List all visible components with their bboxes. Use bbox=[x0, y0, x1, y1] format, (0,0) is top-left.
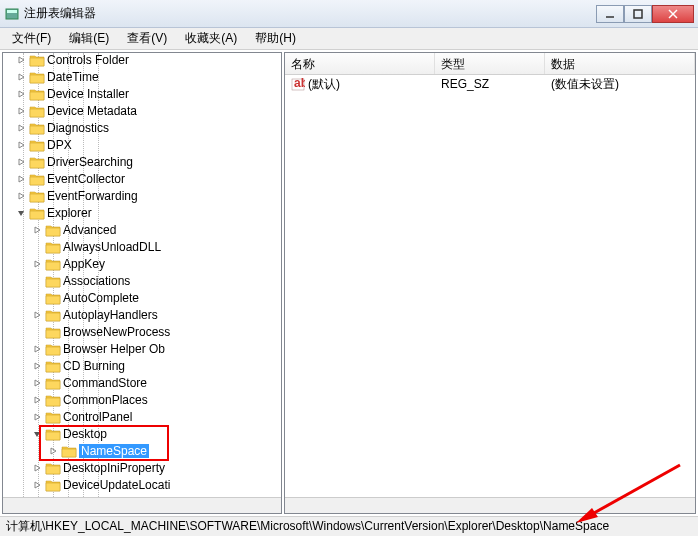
tree-item[interactable]: CommandStore bbox=[2, 374, 282, 391]
tree-item[interactable]: AutoComplete bbox=[2, 289, 282, 306]
tree-item[interactable]: NameSpace bbox=[2, 442, 282, 459]
tree-item[interactable]: DriverSearching bbox=[2, 153, 282, 170]
tree-item[interactable]: BrowseNewProcess bbox=[2, 323, 282, 340]
expand-icon[interactable] bbox=[31, 360, 43, 372]
tree-item-label: AutoplayHandlers bbox=[63, 308, 158, 322]
tree-item-label: CommonPlaces bbox=[63, 393, 148, 407]
cell-data: (数值未设置) bbox=[545, 75, 695, 94]
column-data[interactable]: 数据 bbox=[545, 53, 695, 74]
tree-item[interactable]: DeviceUpdateLocati bbox=[2, 476, 282, 493]
tree-item[interactable]: AppKey bbox=[2, 255, 282, 272]
folder-icon bbox=[45, 223, 61, 237]
list-scrollbar-horizontal[interactable] bbox=[285, 497, 695, 513]
minimize-button[interactable] bbox=[596, 5, 624, 23]
folder-icon bbox=[45, 393, 61, 407]
tree-item[interactable]: EventForwarding bbox=[2, 187, 282, 204]
close-button[interactable] bbox=[652, 5, 694, 23]
titlebar: 注册表编辑器 bbox=[0, 0, 698, 28]
tree-item[interactable]: EventCollector bbox=[2, 170, 282, 187]
expand-icon[interactable] bbox=[15, 105, 27, 117]
tree-item[interactable]: DPX bbox=[2, 136, 282, 153]
cell-type: REG_SZ bbox=[435, 76, 545, 92]
maximize-button[interactable] bbox=[624, 5, 652, 23]
tree-item[interactable]: CommonPlaces bbox=[2, 391, 282, 408]
tree-item-label: Associations bbox=[63, 274, 130, 288]
list-body[interactable]: (默认)REG_SZ(数值未设置) bbox=[285, 75, 695, 497]
column-type[interactable]: 类型 bbox=[435, 53, 545, 74]
list-row[interactable]: (默认)REG_SZ(数值未设置) bbox=[285, 75, 695, 93]
window-title: 注册表编辑器 bbox=[24, 5, 596, 22]
folder-icon bbox=[29, 155, 45, 169]
expand-icon[interactable] bbox=[31, 309, 43, 321]
collapse-icon[interactable] bbox=[15, 207, 27, 219]
tree-item-label: NameSpace bbox=[79, 444, 149, 458]
expand-icon[interactable] bbox=[31, 258, 43, 270]
menu-help[interactable]: 帮助(H) bbox=[247, 28, 304, 49]
list-panel: 名称 类型 数据 (默认)REG_SZ(数值未设置) bbox=[284, 52, 696, 514]
expand-icon[interactable] bbox=[31, 394, 43, 406]
list-header: 名称 类型 数据 bbox=[285, 53, 695, 75]
tree-item[interactable]: DateTime bbox=[2, 68, 282, 85]
tree-item-label: DateTime bbox=[47, 70, 99, 84]
expand-icon[interactable] bbox=[15, 54, 27, 66]
menu-favorites[interactable]: 收藏夹(A) bbox=[177, 28, 245, 49]
tree-item[interactable]: Associations bbox=[2, 272, 282, 289]
folder-icon bbox=[29, 121, 45, 135]
tree-item[interactable]: Diagnostics bbox=[2, 119, 282, 136]
expand-icon[interactable] bbox=[31, 343, 43, 355]
tree-item[interactable]: AlwaysUnloadDLL bbox=[2, 238, 282, 255]
tree-item[interactable]: AutoplayHandlers bbox=[2, 306, 282, 323]
tree-item[interactable]: DesktopIniProperty bbox=[2, 459, 282, 476]
expand-icon[interactable] bbox=[15, 88, 27, 100]
statusbar: 计算机\HKEY_LOCAL_MACHINE\SOFTWARE\Microsof… bbox=[0, 516, 698, 536]
tree-item[interactable]: Controls Folder bbox=[2, 52, 282, 68]
no-expand-icon bbox=[31, 275, 43, 287]
expand-icon[interactable] bbox=[15, 156, 27, 168]
folder-icon bbox=[45, 291, 61, 305]
expand-icon[interactable] bbox=[15, 139, 27, 151]
expand-icon[interactable] bbox=[31, 411, 43, 423]
folder-icon bbox=[45, 274, 61, 288]
tree-scrollbar-horizontal[interactable] bbox=[3, 497, 281, 513]
tree-item[interactable]: Advanced bbox=[2, 221, 282, 238]
tree-item-label: Advanced bbox=[63, 223, 116, 237]
tree-item[interactable]: ControlPanel bbox=[2, 408, 282, 425]
expand-icon[interactable] bbox=[31, 224, 43, 236]
tree-panel[interactable]: Controls FolderDateTimeDevice InstallerD… bbox=[2, 52, 282, 514]
folder-icon bbox=[29, 138, 45, 152]
tree-item[interactable]: Browser Helper Ob bbox=[2, 340, 282, 357]
tree-item-label: Diagnostics bbox=[47, 121, 109, 135]
tree-item-label: DriverSearching bbox=[47, 155, 133, 169]
tree-item[interactable]: Device Installer bbox=[2, 85, 282, 102]
no-expand-icon bbox=[31, 241, 43, 253]
folder-icon bbox=[45, 478, 61, 492]
window-controls bbox=[596, 5, 694, 23]
folder-icon bbox=[45, 342, 61, 356]
expand-icon[interactable] bbox=[31, 479, 43, 491]
expand-icon[interactable] bbox=[15, 71, 27, 83]
tree-item[interactable]: Device Metadata bbox=[2, 102, 282, 119]
cell-name-text: (默认) bbox=[308, 76, 340, 93]
menu-edit[interactable]: 编辑(E) bbox=[61, 28, 117, 49]
expand-icon[interactable] bbox=[31, 462, 43, 474]
folder-icon bbox=[29, 206, 45, 220]
folder-icon bbox=[61, 444, 77, 458]
expand-icon[interactable] bbox=[15, 122, 27, 134]
menu-view[interactable]: 查看(V) bbox=[119, 28, 175, 49]
menu-file[interactable]: 文件(F) bbox=[4, 28, 59, 49]
tree-item[interactable]: CD Burning bbox=[2, 357, 282, 374]
collapse-icon[interactable] bbox=[31, 428, 43, 440]
column-name[interactable]: 名称 bbox=[285, 53, 435, 74]
expand-icon[interactable] bbox=[31, 377, 43, 389]
expand-icon[interactable] bbox=[15, 173, 27, 185]
folder-icon bbox=[29, 53, 45, 67]
tree-item-label: EventForwarding bbox=[47, 189, 138, 203]
tree-item-label: DPX bbox=[47, 138, 72, 152]
tree-item[interactable]: Explorer bbox=[2, 204, 282, 221]
expand-icon[interactable] bbox=[15, 190, 27, 202]
no-expand-icon bbox=[31, 326, 43, 338]
reg-string-icon bbox=[291, 77, 305, 91]
expand-icon[interactable] bbox=[47, 445, 59, 457]
tree-item[interactable]: Desktop bbox=[2, 425, 282, 442]
folder-icon bbox=[45, 325, 61, 339]
